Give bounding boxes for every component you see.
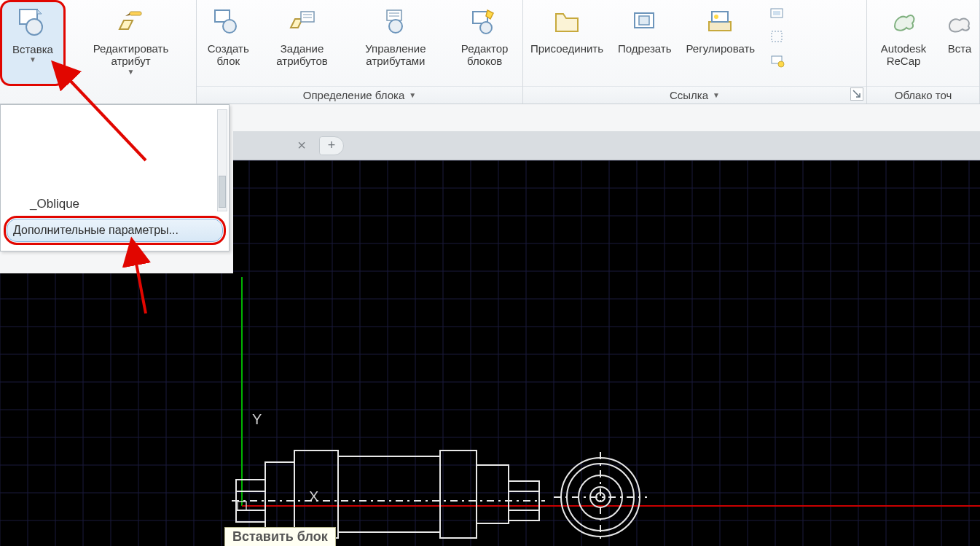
xref-frame-button[interactable]	[768, 28, 787, 47]
edit-attribute-button[interactable]: Редактировать атрибут ▼	[66, 0, 196, 86]
ucs-x-label: X	[309, 488, 318, 504]
create-block-label: Создать блок	[204, 42, 253, 68]
clip-label: Подрезать	[618, 42, 671, 55]
vsta-label: Вста	[948, 42, 972, 55]
define-attributes-label: Задание атрибутов	[267, 42, 337, 68]
attach-label: Присоединить	[530, 42, 603, 55]
ribbon-group-blockdef: Создать блок Задание атрибутов	[197, 0, 523, 104]
panel-title-reference-label: Ссылка	[670, 89, 708, 101]
cloud-icon	[942, 4, 977, 39]
ucs-y-label: Y	[252, 411, 262, 427]
svg-rect-7	[301, 12, 314, 22]
tab-new-button[interactable]: +	[319, 136, 344, 155]
insert-dropdown: _Oblique Дополнительные параметры...	[0, 104, 230, 251]
svg-point-21	[714, 15, 718, 19]
panel-title-reference[interactable]: Ссылка ▼	[523, 86, 866, 104]
tab-close-button[interactable]: ×	[291, 136, 312, 156]
reference-small-buttons	[765, 0, 790, 86]
ribbon-group-block: Вставка ▼ Редактировать атрибут ▼	[0, 0, 197, 104]
create-block-button[interactable]: Создать блок	[197, 0, 260, 86]
panel-title-pointcloud-label: Облако точ	[895, 89, 952, 101]
insert-icon	[15, 5, 50, 40]
manage-attributes-icon	[378, 4, 413, 39]
manage-attributes-label: Управление атрибутами	[352, 42, 440, 68]
reference-dialog-launcher[interactable]	[850, 87, 863, 101]
svg-point-6	[223, 20, 236, 33]
manage-attributes-button[interactable]: Управление атрибутами	[345, 0, 447, 86]
more-options-label: Дополнительные параметры...	[13, 224, 179, 236]
file-tabs: × +	[233, 131, 980, 160]
svg-rect-84	[477, 465, 509, 523]
scrollbar-thumb[interactable]	[219, 176, 226, 208]
block-editor-label: Редактор блоков	[454, 42, 515, 68]
svg-rect-24	[772, 31, 782, 42]
define-attributes-icon	[285, 4, 320, 39]
vsta-button[interactable]: Вста	[940, 0, 979, 86]
edit-attribute-icon	[114, 4, 149, 39]
chevron-down-icon: ▼	[409, 91, 416, 99]
drawing-endview	[554, 452, 647, 542]
tooltip-insert-block: Вставить блок	[224, 527, 336, 546]
adjust-icon	[703, 4, 738, 39]
panel-title-pointcloud[interactable]: Облако точ	[867, 86, 979, 104]
attach-icon	[549, 4, 584, 39]
svg-rect-19	[709, 22, 731, 31]
attach-button[interactable]: Присоединить	[523, 0, 611, 86]
insert-label: Вставка	[12, 43, 53, 55]
edit-attribute-label: Редактировать атрибут	[73, 42, 189, 68]
ribbon-group-pointcloud: Autodesk ReCap Вста Облако точ	[867, 0, 980, 104]
chevron-down-icon: ▼	[713, 91, 720, 99]
recap-icon	[886, 4, 921, 39]
underlay-layers-button[interactable]	[768, 4, 787, 23]
block-editor-icon	[467, 4, 502, 39]
svg-rect-10	[387, 10, 401, 20]
svg-point-13	[389, 20, 402, 33]
ribbon-group-reference: Присоединить Подрезать	[523, 0, 867, 104]
define-attributes-button[interactable]: Задание атрибутов	[260, 0, 345, 86]
block-editor-button[interactable]: Редактор блоков	[447, 0, 522, 86]
dropdown-block-preview[interactable]: _Oblique	[1, 105, 229, 214]
chevron-down-icon: ▼	[29, 55, 36, 63]
clip-icon	[627, 4, 662, 39]
snap-underlay-button[interactable]	[768, 51, 787, 70]
panel-title-blockdef-label: Определение блока	[303, 89, 404, 101]
create-block-icon	[211, 4, 246, 39]
recap-button[interactable]: Autodesk ReCap	[867, 0, 940, 86]
panel-title-blockdef[interactable]: Определение блока ▼	[197, 86, 522, 104]
more-options-item[interactable]: Дополнительные параметры...	[7, 219, 223, 242]
dropdown-scrollbar[interactable]	[217, 109, 227, 211]
svg-rect-23	[773, 11, 780, 15]
insert-button[interactable]: Вставка ▼	[0, 0, 66, 86]
svg-rect-80	[265, 462, 294, 532]
svg-point-26	[778, 61, 784, 67]
preview-label: _Oblique	[30, 197, 79, 211]
ribbon: Вставка ▼ Редактировать атрибут ▼	[0, 0, 980, 104]
svg-marker-4	[125, 13, 130, 16]
close-icon: ×	[297, 137, 306, 154]
adjust-button[interactable]: Регулировать	[679, 0, 763, 86]
svg-point-2	[26, 19, 42, 35]
recap-label: Autodesk ReCap	[874, 42, 933, 68]
plus-icon: +	[328, 138, 336, 153]
chevron-down-icon: ▼	[128, 68, 135, 76]
svg-marker-1	[37, 9, 42, 14]
svg-point-16	[480, 22, 492, 34]
svg-rect-3	[130, 12, 141, 15]
adjust-label: Регулировать	[686, 42, 756, 55]
tooltip-title: Вставить блок	[232, 529, 328, 544]
clip-button[interactable]: Подрезать	[611, 0, 678, 86]
svg-rect-18	[639, 16, 649, 25]
